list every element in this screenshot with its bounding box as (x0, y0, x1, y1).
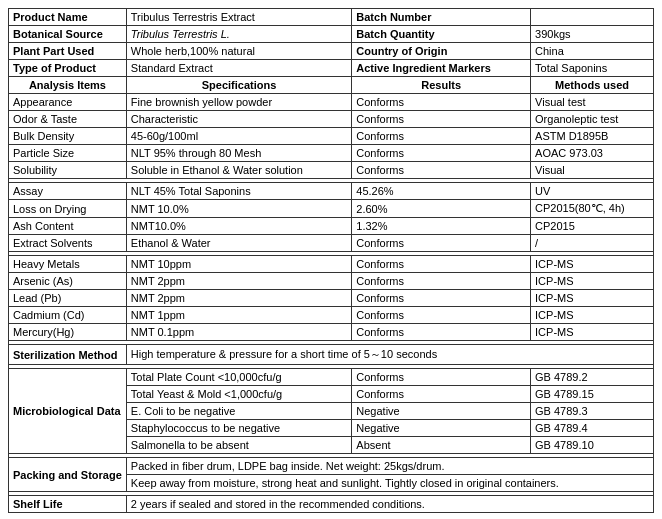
plant-part-value: Whole herb,100% natural (126, 43, 352, 60)
product-name-value: Tribulus Terrestris Extract (126, 9, 352, 26)
assay-result: 45.26% (352, 183, 531, 200)
loss-drying-spec: NMT 10.0% (126, 200, 352, 218)
assay-spec: NLT 45% Total Saponins (126, 183, 352, 200)
bulk-density-spec: 45-60g/100ml (126, 128, 352, 145)
product-name-label: Product Name (9, 9, 127, 26)
assay-method: UV (531, 183, 654, 200)
lead-method: ICP-MS (531, 290, 654, 307)
analysis-header-row: Analysis Items Specifications Results Me… (9, 77, 654, 94)
micro-spec-5: Salmonella to be absent (126, 437, 352, 454)
micro-method-1: GB 4789.2 (531, 369, 654, 386)
loss-drying-row: Loss on Drying NMT 10.0% 2.60% CP2015(80… (9, 200, 654, 218)
appearance-row: Appearance Fine brownish yellow powder C… (9, 94, 654, 111)
ash-content-spec: NMT10.0% (126, 218, 352, 235)
lead-row: Lead (Pb) NMT 2ppm Conforms ICP-MS (9, 290, 654, 307)
batch-quantity-label: Batch Quantity (352, 26, 531, 43)
extract-solvents-spec: Ethanol & Water (126, 235, 352, 252)
ash-content-method: CP2015 (531, 218, 654, 235)
micro-method-2: GB 4789.15 (531, 386, 654, 403)
micro-result-4: Negative (352, 420, 531, 437)
sterilization-label: Sterilization Method (9, 345, 127, 365)
analysis-items-header: Analysis Items (9, 77, 127, 94)
appearance-spec: Fine brownish yellow powder (126, 94, 352, 111)
active-ingredient-label: Active Ingredient Markers (352, 60, 531, 77)
results-header: Results (352, 77, 531, 94)
loss-drying-label: Loss on Drying (9, 200, 127, 218)
solubility-row: Solubility Soluble in Ethanol & Water so… (9, 162, 654, 179)
shelf-life-value: 2 years if sealed and stored in the reco… (126, 496, 653, 513)
heavy-metals-method: ICP-MS (531, 256, 654, 273)
appearance-label: Appearance (9, 94, 127, 111)
product-type-row: Type of Product Standard Extract Active … (9, 60, 654, 77)
loss-drying-result: 2.60% (352, 200, 531, 218)
loss-drying-method: CP2015(80℃, 4h) (531, 200, 654, 218)
sterilization-value: High temperature & pressure for a short … (126, 345, 653, 365)
odor-method: Organoleptic test (531, 111, 654, 128)
ash-content-row: Ash Content NMT10.0% 1.32% CP2015 (9, 218, 654, 235)
arsenic-method: ICP-MS (531, 273, 654, 290)
ash-content-result: 1.32% (352, 218, 531, 235)
cadmium-method: ICP-MS (531, 307, 654, 324)
lead-label: Lead (Pb) (9, 290, 127, 307)
heavy-metals-spec: NMT 10ppm (126, 256, 352, 273)
specifications-header: Specifications (126, 77, 352, 94)
bulk-density-label: Bulk Density (9, 128, 127, 145)
micro-result-5: Absent (352, 437, 531, 454)
country-label: Country of Origin (352, 43, 531, 60)
extract-solvents-result: Conforms (352, 235, 531, 252)
bulk-density-row: Bulk Density 45-60g/100ml Conforms ASTM … (9, 128, 654, 145)
solubility-method: Visual (531, 162, 654, 179)
micro-result-1: Conforms (352, 369, 531, 386)
main-table: Product Name Tribulus Terrestris Extract… (8, 8, 654, 513)
micro-method-3: GB 4789.3 (531, 403, 654, 420)
cadmium-result: Conforms (352, 307, 531, 324)
heavy-metals-label: Heavy Metals (9, 256, 127, 273)
micro-spec-2: Total Yeast & Mold <1,000cfu/g (126, 386, 352, 403)
cadmium-spec: NMT 1ppm (126, 307, 352, 324)
particle-size-row: Particle Size NLT 95% through 80 Mesh Co… (9, 145, 654, 162)
country-value: China (531, 43, 654, 60)
arsenic-row: Arsenic (As) NMT 2ppm Conforms ICP-MS (9, 273, 654, 290)
micro-method-4: GB 4789.4 (531, 420, 654, 437)
odor-result: Conforms (352, 111, 531, 128)
appearance-result: Conforms (352, 94, 531, 111)
extract-solvents-label: Extract Solvents (9, 235, 127, 252)
solubility-label: Solubility (9, 162, 127, 179)
micro-spec-3: E. Coli to be negative (126, 403, 352, 420)
particle-size-label: Particle Size (9, 145, 127, 162)
sterilization-row: Sterilization Method High temperature & … (9, 345, 654, 365)
product-type-label: Type of Product (9, 60, 127, 77)
micro-spec-1: Total Plate Count <10,000cfu/g (126, 369, 352, 386)
botanical-source-value: Tribulus Terrestris L. (126, 26, 352, 43)
micro-result-2: Conforms (352, 386, 531, 403)
micro-result-3: Negative (352, 403, 531, 420)
micro-label: Microbiological Data (9, 369, 127, 454)
arsenic-result: Conforms (352, 273, 531, 290)
solubility-result: Conforms (352, 162, 531, 179)
arsenic-spec: NMT 2ppm (126, 273, 352, 290)
mercury-spec: NMT 0.1ppm (126, 324, 352, 341)
particle-size-result: Conforms (352, 145, 531, 162)
botanical-source-row: Botanical Source Tribulus Terrestris L. … (9, 26, 654, 43)
shelf-life-label: Shelf Life (9, 496, 127, 513)
plant-part-row: Plant Part Used Whole herb,100% natural … (9, 43, 654, 60)
lead-result: Conforms (352, 290, 531, 307)
lead-spec: NMT 2ppm (126, 290, 352, 307)
product-name-row: Product Name Tribulus Terrestris Extract… (9, 9, 654, 26)
extract-solvents-method: / (531, 235, 654, 252)
mercury-row: Mercury(Hg) NMT 0.1ppm Conforms ICP-MS (9, 324, 654, 341)
particle-size-method: AOAC 973.03 (531, 145, 654, 162)
odor-row: Odor & Taste Characteristic Conforms Org… (9, 111, 654, 128)
arsenic-label: Arsenic (As) (9, 273, 127, 290)
mercury-result: Conforms (352, 324, 531, 341)
odor-spec: Characteristic (126, 111, 352, 128)
particle-size-spec: NLT 95% through 80 Mesh (126, 145, 352, 162)
solubility-spec: Soluble in Ethanol & Water solution (126, 162, 352, 179)
batch-quantity-value: 390kgs (531, 26, 654, 43)
extract-solvents-row: Extract Solvents Ethanol & Water Conform… (9, 235, 654, 252)
bulk-density-method: ASTM D1895B (531, 128, 654, 145)
heavy-metals-row: Heavy Metals NMT 10ppm Conforms ICP-MS (9, 256, 654, 273)
cadmium-row: Cadmium (Cd) NMT 1ppm Conforms ICP-MS (9, 307, 654, 324)
botanical-source-italic: Tribulus Terrestris L. (131, 28, 230, 40)
mercury-label: Mercury(Hg) (9, 324, 127, 341)
